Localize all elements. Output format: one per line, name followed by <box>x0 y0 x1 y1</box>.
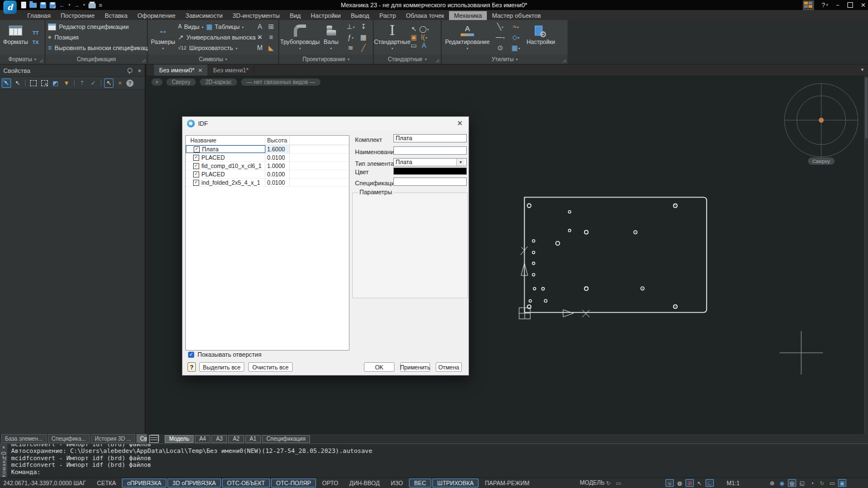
toggle-3D оПРИВЯЗКА[interactable]: 3D оПРИВЯЗКА <box>167 479 221 487</box>
close-button[interactable]: ✕ <box>861 1 866 9</box>
toggle-ОРТО[interactable]: ОРТО <box>317 479 343 487</box>
table-row[interactable]: ✓PLACED0.0100 <box>186 170 349 179</box>
cancel-button[interactable]: Отмена <box>436 362 462 372</box>
spring-icon[interactable]: ≋ <box>344 43 357 53</box>
toggle-ДИН-ВВОД[interactable]: ДИН-ВВОД <box>344 479 384 487</box>
fastener-icon[interactable]: ⊥▾ <box>344 22 357 32</box>
clear-all-button[interactable]: Очистить все <box>248 362 293 372</box>
close-tab-icon[interactable]: ✕ <box>198 67 203 73</box>
restore-button[interactable] <box>847 2 853 8</box>
viewport-control-2D-каркас[interactable]: 2D-каркас <box>200 78 237 86</box>
deselect-icon[interactable]: × <box>115 78 125 88</box>
add-to-selection-icon[interactable]: ↖+ <box>2 78 11 88</box>
model-space-button[interactable]: МОДЕЛЬ <box>580 479 605 486</box>
table-row[interactable]: ✓Плата1.6000 <box>186 145 349 154</box>
universal-leader-button[interactable]: ↗Универсальная выноска▾ <box>178 32 253 42</box>
redo-icon[interactable]: → <box>74 2 80 9</box>
help-menu[interactable]: ?▾ <box>822 1 828 9</box>
layout-tab-А3[interactable]: А3 <box>211 435 227 443</box>
crossing-select-icon[interactable]: ↖ <box>40 78 49 88</box>
cursor-badge-icon[interactable]: ↖ <box>696 479 704 487</box>
hatch-lines-icon[interactable]: ≡ <box>266 32 276 42</box>
nav-wheel-label[interactable]: Сверху <box>808 157 835 165</box>
ribbon-tab-Оформление[interactable]: Оформление <box>132 11 180 20</box>
align-leaders-button[interactable]: ≡Выровнять выноски спецификации <box>48 43 155 53</box>
ribbon-tab-Растр[interactable]: Растр <box>374 11 401 20</box>
hole-icon[interactable]: ◯▾ <box>419 26 428 32</box>
toggle-ОТС-ПОЛЯР[interactable]: ОТС-ПОЛЯР <box>271 479 316 487</box>
layout-tab-А1[interactable]: А1 <box>245 435 261 443</box>
select-all-button[interactable]: Выделить все <box>199 362 244 372</box>
viewport-control-— нет связанных видов —[interactable]: — нет связанных видов — <box>241 78 320 86</box>
layout-tab-А4[interactable]: А4 <box>195 435 210 443</box>
dynamic-ucs-icon[interactable]: ∟ <box>706 479 714 487</box>
color-swatch[interactable] <box>393 167 467 175</box>
close-panel-icon[interactable]: × <box>138 67 141 74</box>
dialog-title-bar[interactable]: IDF <box>183 117 468 130</box>
marking-icon[interactable]: M <box>255 43 265 53</box>
save-icon[interactable] <box>40 2 46 9</box>
dialog-help-button[interactable]: ? <box>188 362 196 372</box>
command-prompt[interactable]: Команда: <box>11 469 862 476</box>
row-checkbox[interactable]: ✓ <box>193 155 199 161</box>
undo-icon[interactable]: ← <box>59 2 65 9</box>
customize-qat-icon[interactable]: ≡ <box>99 2 102 9</box>
toggle-оПРИВЯЗКА[interactable]: оПРИВЯЗКА <box>122 479 166 487</box>
toggle-ВЕС[interactable]: ВЕС <box>409 479 431 487</box>
dialog-launcher-icon[interactable]: ◿ <box>436 58 439 63</box>
palette-tab-Специфика...[interactable]: Специфика... <box>48 434 90 443</box>
selection-cycling-icon[interactable]: ☼ <box>665 479 674 487</box>
ribbon-tab-Настройки[interactable]: Настройки <box>306 11 346 20</box>
ruler-icon[interactable]: ╱ <box>358 43 368 53</box>
ribbon-tab-Вид[interactable]: Вид <box>285 11 306 20</box>
dialog-launcher-icon[interactable]: ◿ <box>563 58 566 63</box>
exchange-icon[interactable] <box>803 1 814 10</box>
zoom-icon[interactable]: ◎ <box>788 479 796 487</box>
chip-icon[interactable]: ▦ <box>358 32 368 42</box>
selection-filter-icon[interactable]: ▼ <box>62 78 71 88</box>
quick-select-icon[interactable]: ↖ <box>104 78 114 88</box>
spec-field[interactable] <box>393 178 467 186</box>
dialog-launcher-icon[interactable]: ◿ <box>142 58 145 63</box>
components-table[interactable]: Название Высота ✓Плата1.6000✓PLACED0.010… <box>185 135 349 351</box>
document-tab[interactable]: Без имени1* <box>208 65 254 76</box>
spec-editor-button[interactable]: Редактор спецификации <box>48 22 155 32</box>
ok-button[interactable]: OK <box>364 362 394 372</box>
settings-button[interactable]: ⚙ Настройки <box>525 22 556 53</box>
palette-tab-База элемен...[interactable]: База элемен... <box>1 434 47 443</box>
cursor-icon[interactable]: ↖ <box>13 78 22 88</box>
ribbon-tab-Облака точек[interactable]: Облака точек <box>401 11 450 20</box>
viewport-control-plus[interactable]: + <box>151 78 162 86</box>
zoom-window-icon[interactable]: ◱ <box>798 479 806 487</box>
views-button[interactable]: AВиды▾ <box>178 23 204 30</box>
annotation-scale-value[interactable]: М1:1 <box>727 480 739 486</box>
app-logo-icon[interactable]: d <box>3 1 17 14</box>
invert-selection-icon[interactable]: ◩ <box>51 78 60 88</box>
dialog-close-icon[interactable]: ✕ <box>457 119 463 127</box>
save-as-icon[interactable] <box>50 2 56 9</box>
ribbon-tab-Вывод[interactable]: Вывод <box>346 11 374 20</box>
monitor-icon[interactable]: ▭ <box>828 479 836 487</box>
kit-field[interactable]: Плата <box>393 134 467 142</box>
undo-dropdown-icon[interactable]: ▾ <box>68 2 71 9</box>
pan-icon[interactable]: ⊕ <box>768 479 776 487</box>
sync-icon[interactable]: ↻ <box>818 479 826 487</box>
layout-tab-А2[interactable]: А2 <box>228 435 244 443</box>
type-combobox[interactable]: Плата ▼ <box>393 158 467 166</box>
ribbon-tab-Главная[interactable]: Главная <box>22 11 56 20</box>
help-icon[interactable]: ? <box>126 80 134 87</box>
panel-footer-Проектирование[interactable]: Проектирование▾ <box>279 55 373 64</box>
toggle-ИЗО[interactable]: ИЗО <box>386 479 408 487</box>
command-window[interactable]: × Команд mcidfconvert - Импорт idf (brd)… <box>0 443 868 477</box>
column-name[interactable]: Название <box>186 136 265 145</box>
annotation-scale-icon[interactable]: ↻ <box>604 479 613 487</box>
dialog-launcher-icon[interactable]: ◿ <box>40 58 43 63</box>
ribbon-tab-Зависимости[interactable]: Зависимости <box>180 11 228 20</box>
layout-tab-Модель[interactable]: Модель <box>165 435 194 443</box>
ribbon-tab-Построение[interactable]: Построение <box>56 11 100 20</box>
row-checkbox[interactable]: ✓ <box>193 171 199 178</box>
ribbon-tab-3D-инструменты[interactable]: 3D-инструменты <box>228 11 285 20</box>
position-button[interactable]: ⌖Позиция <box>48 32 155 42</box>
name-field[interactable] <box>393 146 467 155</box>
toggle-ОТС-ОБЪЕКТ[interactable]: ОТС-ОБЪЕКТ <box>222 479 270 487</box>
